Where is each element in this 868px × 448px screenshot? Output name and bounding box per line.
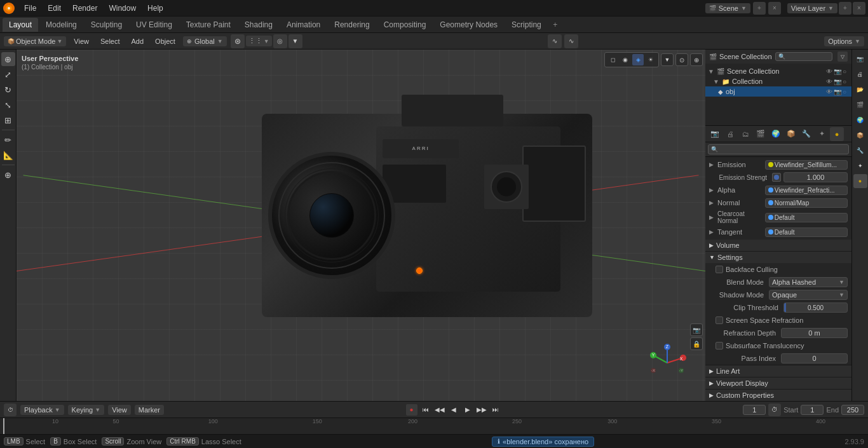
end-frame-input[interactable]: 250 <box>841 405 864 415</box>
workspace-tab-rendering[interactable]: Rendering <box>328 18 376 32</box>
prop-icon-view-layer[interactable]: 🗂 <box>738 127 752 141</box>
subsurface-translucency-checkbox[interactable] <box>715 342 723 350</box>
header-view-btn[interactable]: View <box>70 36 93 46</box>
emission-strength-value[interactable]: 1.000 <box>783 172 848 182</box>
menu-window[interactable]: Window <box>104 1 141 15</box>
normal-value[interactable]: Normal/Map <box>765 198 848 208</box>
tool-scale[interactable]: ⤡ <box>1 98 15 112</box>
clearcoat-normal-expand[interactable]: ▶ <box>709 214 714 221</box>
outliner-search[interactable]: 🔍 <box>775 52 832 61</box>
menu-help[interactable]: Help <box>142 1 168 15</box>
current-frame-input[interactable]: 1 <box>743 405 766 415</box>
header-select-btn[interactable]: Select <box>97 36 124 46</box>
prop-icon-particles[interactable]: ✦ <box>815 127 829 141</box>
transform-dropdown[interactable]: ⊕ Global ▼ <box>183 36 227 46</box>
shading-wireframe-btn[interactable]: ◻ <box>607 54 618 65</box>
gizmo-btn[interactable]: ⊕ <box>690 53 703 66</box>
record-btn[interactable]: ● <box>406 404 417 416</box>
alpha-expand[interactable]: ▶ <box>709 187 714 193</box>
right-icon-modifiers[interactable]: 🔧 <box>853 144 867 158</box>
clearcoat-normal-value[interactable]: Default <box>765 213 848 222</box>
scene-vis-eye[interactable]: 👁 <box>826 68 832 75</box>
workspace-tab-layout[interactable]: Layout <box>3 18 38 32</box>
workspace-tab-shading[interactable]: Shading <box>238 18 279 32</box>
normal-expand[interactable]: ▶ <box>709 200 714 206</box>
emission-expand[interactable]: ▶ <box>709 161 714 168</box>
settings-section-header[interactable]: ▼ Settings <box>705 252 851 263</box>
tangent-value[interactable]: Default <box>765 227 848 237</box>
overlay-btn[interactable]: ⊙ <box>675 53 688 66</box>
jump-end-btn[interactable]: ⏭ <box>490 404 501 416</box>
proportional-type-btn[interactable]: ▼ <box>288 34 302 48</box>
alpha-value[interactable]: Viewfinder_Refracti... <box>765 186 848 195</box>
viewport-display-section-header[interactable]: ▶ Viewport Display <box>705 377 851 389</box>
timeline-ruler[interactable]: 10 50 100 150 200 250 300 350 400 <box>0 418 868 434</box>
timeline-type-btn[interactable]: ⏱ <box>4 404 17 416</box>
refraction-depth-value[interactable]: 0 m <box>781 328 848 338</box>
right-icon-material[interactable]: ● <box>853 174 867 188</box>
clip-threshold-slider[interactable]: 0.500 <box>783 302 848 313</box>
col-vis-cam[interactable]: 📷 <box>834 78 841 85</box>
col-vis-render[interactable]: ○ <box>843 78 846 85</box>
custom-props-section-header[interactable]: ▶ Custom Properties <box>705 390 851 401</box>
scene-vis-render[interactable]: ○ <box>843 68 846 75</box>
right-icon-world[interactable]: 🌍 <box>853 113 867 127</box>
workspace-tab-animation[interactable]: Animation <box>280 18 327 32</box>
outliner-item-obj[interactable]: ◆ obj 👁 📷 ○ <box>705 86 851 97</box>
workspace-tab-sculpting[interactable]: Sculpting <box>85 18 128 32</box>
tool-transform[interactable]: ⊞ <box>1 113 15 127</box>
play-reverse-btn[interactable]: ◀ <box>448 404 459 416</box>
play-btn[interactable]: ▶ <box>462 404 473 416</box>
jump-start-btn[interactable]: ⏮ <box>420 404 431 416</box>
volume-section-header[interactable]: ▶ Volume <box>705 240 851 251</box>
workspace-tab-modeling[interactable]: Modeling <box>39 18 83 32</box>
proportional-edit-btn[interactable]: ◎ <box>273 34 287 48</box>
workspace-tab-uv-editing[interactable]: UV Editing <box>130 18 179 32</box>
screen-space-refraction-checkbox[interactable] <box>715 316 723 324</box>
start-frame-input[interactable]: 1 <box>801 405 824 415</box>
header-add-btn[interactable]: Add <box>128 36 148 46</box>
workspace-tab-compositing[interactable]: Compositing <box>377 18 433 32</box>
tool-annotate[interactable]: ✏ <box>1 133 15 147</box>
prop-icon-render[interactable]: 📷 <box>708 127 722 141</box>
snap-magnet-btn[interactable]: ⊛ <box>231 34 245 48</box>
prop-icon-scene[interactable]: 🎬 <box>754 127 768 141</box>
options-btn[interactable]: Options ▼ <box>824 36 864 46</box>
shading-rendered-btn[interactable]: ☀ <box>645 54 656 65</box>
outliner-item-scene-collection[interactable]: ▼ 🎬 Scene Collection 👁 📷 ○ <box>705 66 851 76</box>
workspace-tab-scripting[interactable]: Scripting <box>505 18 548 32</box>
step-back-btn[interactable]: ◀◀ <box>434 404 445 416</box>
shading-options-btn[interactable]: ▼ <box>661 53 674 66</box>
prop-search-field[interactable]: 🔍 <box>708 144 849 154</box>
right-icon-particles[interactable]: ✦ <box>853 159 867 173</box>
outliner-filter-btn[interactable]: ▽ <box>837 51 848 62</box>
scene-selector[interactable]: 🎬 Scene ▼ <box>705 3 750 13</box>
pass-index-value[interactable]: 0 <box>781 353 848 363</box>
right-icon-render-props[interactable]: 📷 <box>853 52 867 66</box>
workspace-tab-add-btn[interactable]: + <box>549 18 562 31</box>
tool-add[interactable]: ⊕ <box>1 168 15 182</box>
right-icon-viewlayer[interactable]: 📂 <box>853 83 867 97</box>
mode-selector[interactable]: 📦 Object Mode ▼ <box>4 36 66 46</box>
col-vis-eye[interactable]: 👁 <box>826 78 832 85</box>
viewport-camera-btn[interactable]: 📷 <box>690 323 703 336</box>
viewport-canvas[interactable]: ARRI <box>17 50 705 401</box>
right-icon-output[interactable]: 🖨 <box>853 67 867 81</box>
tool-move[interactable]: ⤢ <box>1 67 15 81</box>
backface-culling-checkbox[interactable] <box>715 266 723 273</box>
menu-edit[interactable]: Edit <box>43 1 66 15</box>
workspace-tab-geometry-nodes[interactable]: Geometry Nodes <box>433 18 504 32</box>
scene-remove-btn[interactable]: × <box>768 2 781 15</box>
prop-icon-world[interactable]: 🌍 <box>769 127 783 141</box>
emission-value[interactable]: Viewfinder_Selfillum... <box>765 160 848 170</box>
shadow-mode-dropdown[interactable]: Opaque ▼ <box>769 290 848 300</box>
menu-file[interactable]: File <box>19 1 41 15</box>
header-object-btn[interactable]: Object <box>151 36 179 46</box>
prop-icon-output[interactable]: 🖨 <box>723 127 737 141</box>
obj-vis-eye[interactable]: 👁 <box>826 88 832 95</box>
graph-btn[interactable]: ∿ <box>548 34 562 48</box>
timeline-view-btn[interactable]: View <box>108 405 131 415</box>
tool-rotate[interactable]: ↻ <box>1 83 15 97</box>
graph-btn2[interactable]: ∿ <box>564 34 578 48</box>
frame-clock-btn[interactable]: ⏱ <box>768 404 781 416</box>
